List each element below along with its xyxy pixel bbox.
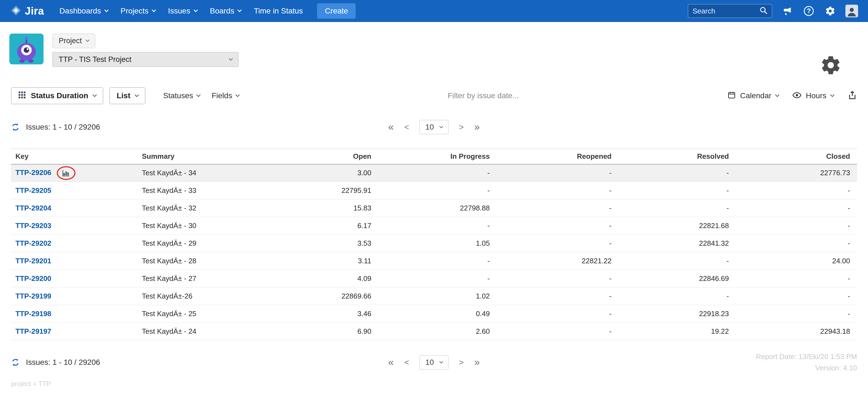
cell-in_progress: 1.02 [376,288,494,305]
cell-closed: - [733,305,857,323]
cell-summary: Test KaydÄ± - 30 [142,217,296,235]
col-header-resolved[interactable]: Resolved [616,149,733,164]
project-select[interactable]: TTP - TIS Test Project [52,52,239,67]
issue-key-link[interactable]: TTP-29198 [16,309,51,318]
nav-item-label: Time in Status [254,7,303,15]
fields-dropdown[interactable]: Fields [212,91,239,100]
export-icon[interactable] [848,91,857,101]
row-chart-button[interactable] [60,168,73,178]
col-header-in-progress[interactable]: In Progress [376,149,494,164]
issue-key-link[interactable]: TTP-29199 [16,292,51,300]
col-header-reopened[interactable]: Reopened [494,149,616,164]
calendar-dropdown[interactable]: Calendar [727,91,779,101]
pagination-prev-button[interactable]: < [404,123,409,132]
cell-in_progress: 22798.88 [376,200,494,217]
page-size-select[interactable]: 10 [420,120,448,134]
chevron-down-icon [196,93,201,97]
search-icon[interactable] [759,6,768,16]
units-label: Hours [806,91,827,100]
project-scope-button[interactable]: Project [52,34,95,48]
help-icon[interactable]: ? [802,5,815,17]
cell-reopened: - [494,164,616,182]
nav-item-dashboards[interactable]: Dashboards [60,7,108,15]
units-dropdown[interactable]: Hours [793,91,834,100]
jql-query-text: project = TTP [11,380,868,388]
table-row: TTP-29200Test KaydÄ± - 274.09--22846.69- [11,270,857,288]
issue-key-link[interactable]: TTP-29206 [16,168,51,177]
col-header-summary[interactable]: Summary [142,149,296,164]
cell-closed: 22776.73 [733,164,857,182]
issues-table: Key Summary Open In Progress Reopened Re… [11,148,857,340]
chevron-down-icon [135,93,139,97]
nav-item-label: Issues [168,7,190,15]
report-toolbar: Status Duration List Statuses Fields Fil… [0,85,868,106]
refresh-icon[interactable] [11,358,20,367]
table-row: TTP-29203Test KaydÄ± - 306.17--22821.68- [11,217,857,235]
search-input[interactable] [692,7,759,16]
col-header-open[interactable]: Open [296,149,376,164]
pagination-next-button[interactable]: > [459,123,464,132]
cell-reopened: - [494,217,616,235]
pagination-next-button[interactable]: > [459,358,464,367]
issue-key-link[interactable]: TTP-29200 [16,274,51,282]
feedback-megaphone-icon[interactable] [781,5,794,17]
project-avatar [9,34,43,64]
cell-summary: Test KaydÄ± - 29 [142,235,296,252]
project-header: Project TTP - TIS Test Project [0,22,868,85]
jira-logo-icon [10,4,22,18]
create-button[interactable]: Create [317,3,355,19]
statuses-dropdown[interactable]: Statuses [163,91,200,100]
page-size-select[interactable]: 10 [420,355,448,370]
col-header-key[interactable]: Key [11,149,142,164]
cell-closed: - [733,182,857,200]
chevron-down-icon [193,8,198,12]
user-avatar[interactable] [845,5,858,17]
cell-summary: Test KaydÄ± - 24 [142,323,296,340]
report-type-dropdown[interactable]: Status Duration [11,87,103,104]
chevron-down-icon [830,93,835,97]
issue-key-link[interactable]: TTP-29205 [16,186,51,195]
cell-in_progress: 2.60 [376,323,494,340]
nav-item-projects[interactable]: Projects [121,7,155,15]
issues-count: Issues: 1 - 10 / 29206 [26,358,100,367]
cell-closed: - [733,235,857,252]
report-settings-gear-icon[interactable] [820,55,842,77]
cell-summary: Test KaydÄ± - 32 [142,200,296,217]
pagination-first-button[interactable]: « [388,121,394,133]
issue-key-link[interactable]: TTP-29197 [16,327,51,335]
issue-date-filter[interactable]: Filter by issue date... [239,91,727,100]
cell-reopened: 22821.22 [494,252,616,270]
issue-key-link[interactable]: TTP-29204 [16,204,51,212]
project-select-value: TTP - TIS Test Project [59,55,131,64]
nav-item-time-in-status[interactable]: Time in Status [254,7,303,15]
issue-key-link[interactable]: TTP-29203 [16,222,51,230]
jira-brand[interactable]: Jira [10,4,44,18]
table-row: TTP-29204Test KaydÄ± - 3215.8322798.88--… [11,200,857,217]
nav-item-label: Boards [210,7,235,15]
search-box[interactable] [688,4,772,18]
table-row: TTP-29198Test KaydÄ± - 253.460.49-22918.… [11,305,857,323]
issues-bar-top: Issues: 1 - 10 / 29206 « < 10 > » [0,118,868,136]
pagination-last-button[interactable]: » [474,357,480,368]
pagination-first-button[interactable]: « [388,357,394,368]
chevron-down-icon [86,38,90,42]
brand-name: Jira [25,5,44,17]
pagination-prev-button[interactable]: < [404,358,409,367]
col-header-closed[interactable]: Closed [733,149,857,164]
pagination-last-button[interactable]: » [474,121,480,133]
issue-key-link[interactable]: TTP-29201 [16,257,51,265]
issue-key-link[interactable]: TTP-29202 [16,239,51,247]
nav-item-issues[interactable]: Issues [168,7,197,15]
admin-gear-icon[interactable] [824,5,837,17]
statuses-label: Statuses [163,91,193,100]
report-type-label: Status Duration [31,91,88,100]
nav-item-boards[interactable]: Boards [210,7,241,15]
grid-icon [18,91,26,101]
cell-in_progress: - [376,270,494,288]
nav-item-label: Dashboards [60,7,101,15]
cell-summary: Test KaydÄ± - 27 [142,270,296,288]
refresh-icon[interactable] [11,123,20,132]
cell-in_progress: 1.05 [376,235,494,252]
view-dropdown[interactable]: List [110,87,146,104]
project-scope-label: Project [59,37,82,45]
